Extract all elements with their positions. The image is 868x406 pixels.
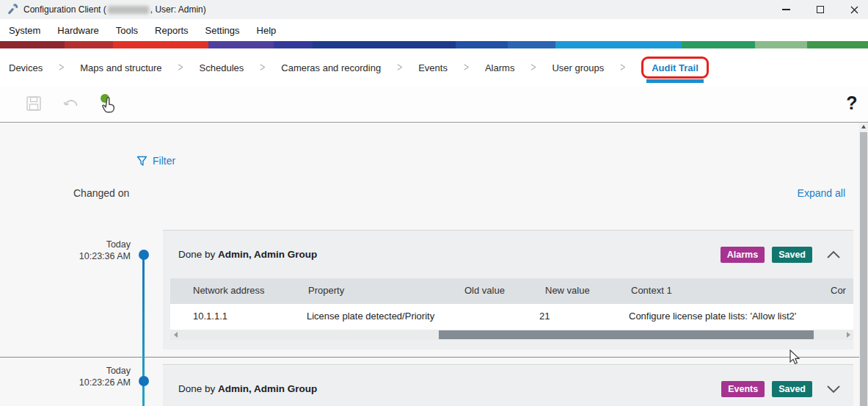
tab-separator-icon: >: [620, 61, 625, 74]
collapse-entry-button[interactable]: [824, 245, 843, 264]
chevron-up-icon: [826, 250, 841, 259]
audit-entry-header: Done by Admin, Admin Group Events Saved: [163, 365, 853, 406]
entry-time: 10:23:36 AM: [54, 250, 131, 262]
maximize-button[interactable]: [807, 0, 834, 19]
vertical-scrollbar-thumb[interactable]: [860, 132, 867, 406]
tab-separator-icon: >: [59, 61, 64, 74]
audit-change-table: Network address Property Old value New v…: [170, 278, 853, 340]
cell-network-address: 10.1.1.1: [193, 311, 227, 322]
toolbar: ?: [0, 87, 868, 122]
col-new-value: New value: [545, 285, 590, 296]
expand-entry-button[interactable]: [824, 380, 843, 399]
minimize-button[interactable]: [773, 0, 799, 19]
scroll-left-arrow-icon[interactable]: [170, 330, 180, 340]
tab-maps-and-structure[interactable]: Maps and structure: [79, 59, 163, 76]
activate-configuration-button[interactable]: [96, 91, 121, 116]
tab-separator-icon: >: [260, 61, 265, 74]
mouse-cursor: [789, 349, 801, 366]
chevron-down-icon: [826, 385, 841, 394]
tab-bar: Devices > Maps and structure > Schedules…: [0, 48, 868, 87]
done-by-text: Done by Admin, Admin Group: [178, 249, 317, 260]
undo-icon: [62, 95, 80, 112]
tab-separator-icon: >: [178, 61, 183, 74]
audit-entry-card: Done by Admin, Admin Group Alarms Saved …: [163, 230, 853, 349]
filter-funnel-icon: [136, 156, 147, 167]
app-wrench-icon: [6, 4, 18, 16]
expand-all-link[interactable]: Expand all: [798, 187, 845, 199]
save-button[interactable]: [21, 91, 46, 116]
tab-cameras-and-recording[interactable]: Cameras and recording: [280, 59, 382, 76]
menu-reports[interactable]: Reports: [152, 23, 192, 37]
maximize-icon: [817, 6, 824, 13]
entry-divider: [0, 357, 868, 358]
entry-timestamp: Today 10:23:36 AM: [54, 239, 131, 262]
redacted-hostname: [108, 6, 149, 14]
close-icon: [850, 6, 858, 14]
cell-property: License plate detected/Priority: [307, 311, 434, 322]
tab-separator-icon: >: [530, 61, 536, 74]
scroll-up-arrow-icon[interactable]: [861, 125, 866, 128]
state-badge: Saved: [772, 247, 812, 263]
category-badge: Events: [721, 381, 765, 397]
tab-separator-icon: >: [464, 61, 469, 74]
page-vertical-scrollbar[interactable]: [859, 123, 868, 406]
horizontal-scrollbar-thumb[interactable]: [439, 330, 814, 339]
done-by-user: Admin, Admin Group: [218, 383, 317, 394]
title-bar: Configuration Client ( , User: Admin): [0, 0, 868, 19]
menu-bar: System Hardware Tools Reports Settings H…: [0, 19, 868, 41]
audit-trail-page: Filter Changed on Expand all Today 10:23…: [0, 123, 868, 406]
undo-button[interactable]: [59, 91, 84, 116]
done-by-label: Done by: [178, 383, 215, 394]
brand-color-stripe: [0, 41, 868, 48]
minimize-icon: [782, 9, 790, 10]
activate-configuration-hand-icon: [99, 93, 118, 114]
tab-devices[interactable]: Devices: [7, 59, 44, 76]
menu-settings[interactable]: Settings: [203, 23, 243, 37]
filter-label: Filter: [153, 155, 175, 167]
done-by-label: Done by: [178, 249, 215, 260]
table-row[interactable]: 10.1.1.1 License plate detected/Priority…: [170, 304, 853, 330]
tab-audit-trail[interactable]: Audit Trail: [652, 62, 699, 73]
audit-entry-header: Done by Admin, Admin Group Alarms Saved: [163, 231, 853, 278]
col-network-address: Network address: [193, 285, 265, 296]
filter-button[interactable]: Filter: [136, 155, 175, 167]
menu-system[interactable]: System: [6, 23, 43, 37]
tab-schedules[interactable]: Schedules: [198, 59, 246, 76]
table-horizontal-scrollbar[interactable]: [170, 330, 853, 340]
entry-time: 10:23:26 AM: [54, 377, 131, 388]
table-header-row: Network address Property Old value New v…: [170, 278, 853, 304]
changed-on-label: Changed on: [73, 187, 129, 199]
cell-new-value: 21: [539, 311, 550, 322]
window-title-suffix: , User: Admin): [150, 4, 206, 15]
col-property: Property: [308, 285, 344, 296]
done-by-text: Done by Admin, Admin Group: [178, 383, 317, 394]
menu-hardware[interactable]: Hardware: [54, 23, 101, 37]
configuration-client-window: Configuration Client ( , User: Admin) Sy…: [0, 0, 868, 406]
entry-date: Today: [54, 365, 131, 377]
col-old-value: Old value: [464, 285, 505, 296]
entry-timestamp: Today 10:23:26 AM: [54, 365, 131, 388]
menu-help[interactable]: Help: [254, 23, 280, 37]
tab-alarms[interactable]: Alarms: [484, 59, 516, 76]
active-tab-underline: [646, 79, 704, 83]
save-icon: [26, 95, 42, 112]
audit-entry-card: Done by Admin, Admin Group Events Saved: [163, 364, 853, 406]
scroll-right-arrow-icon[interactable]: [843, 330, 853, 340]
close-button[interactable]: [841, 0, 867, 19]
window-title-prefix: Configuration Client (: [23, 4, 106, 15]
state-badge: Saved: [772, 381, 812, 397]
timeline-dot: [139, 250, 149, 260]
cell-context-1: Configure license plate lists: 'Allow li…: [629, 311, 796, 322]
tab-separator-icon: >: [397, 61, 402, 74]
entry-date: Today: [54, 239, 131, 250]
col-context-2-clipped: Cor: [831, 285, 846, 296]
help-button[interactable]: ?: [842, 90, 862, 116]
col-context-1: Context 1: [631, 285, 672, 296]
menu-tools[interactable]: Tools: [113, 23, 141, 37]
audit-trail-annotation-box: Audit Trail: [641, 57, 709, 79]
category-badge: Alarms: [721, 247, 765, 263]
tab-user-groups[interactable]: User groups: [550, 59, 605, 76]
window-title: Configuration Client ( , User: Admin): [23, 4, 206, 15]
timeline-dot: [139, 376, 149, 386]
tab-events[interactable]: Events: [417, 59, 449, 76]
